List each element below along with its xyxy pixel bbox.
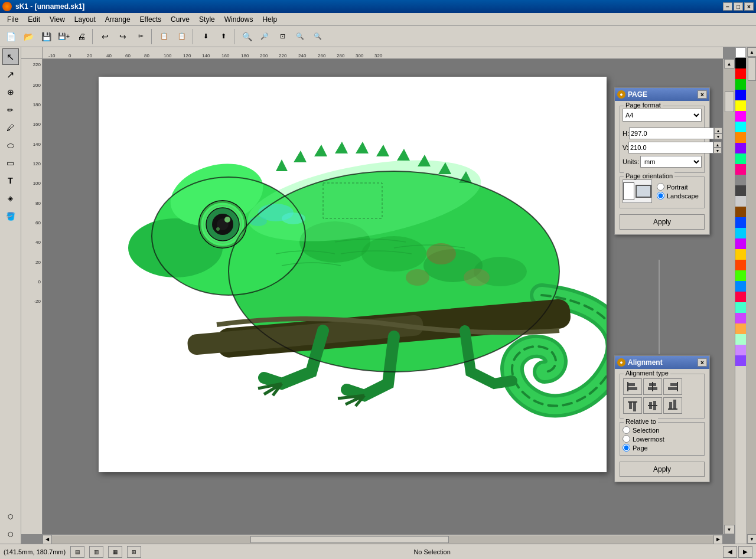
h-scroll-right[interactable]: ▶ — [713, 535, 723, 544]
undo-button[interactable]: ↩ — [97, 28, 113, 45]
page-radio[interactable] — [623, 444, 630, 452]
open-button[interactable]: 📂 — [20, 28, 37, 45]
copy-button[interactable]: 📋 — [156, 28, 172, 45]
status-btn-2[interactable]: ▥ — [89, 546, 103, 558]
align-apply-button[interactable]: Apply — [620, 462, 705, 477]
v-scroll-up[interactable]: ▲ — [724, 59, 735, 68]
pencil-tool-button[interactable]: ✏ — [2, 102, 19, 118]
far-v-scroll-up[interactable]: ▲ — [747, 47, 756, 57]
new-button[interactable]: 📄 — [2, 28, 19, 45]
portrait-radio[interactable] — [657, 183, 664, 191]
color-black[interactable] — [735, 58, 746, 68]
node-tool-button[interactable]: ↗ — [2, 66, 19, 83]
save-button[interactable]: 💾 — [38, 28, 54, 45]
v-scroll-thumb[interactable] — [725, 91, 734, 112]
h-scroll-left[interactable]: ◀ — [43, 535, 52, 544]
color-purple[interactable] — [735, 143, 746, 153]
menu-effects[interactable]: Effects — [135, 14, 166, 25]
color-indigo[interactable] — [735, 355, 746, 366]
align-panel-titlebar[interactable]: ● Alignment × — [615, 356, 709, 369]
zoom-tool-button[interactable]: ⊕ — [2, 84, 19, 100]
align-bottom-button[interactable] — [663, 397, 682, 414]
fill-tool-button[interactable]: 🪣 — [2, 208, 19, 224]
rect-tool-button[interactable]: ▭ — [2, 155, 19, 171]
color-lime[interactable] — [735, 270, 746, 281]
v-spin-down[interactable]: ▼ — [713, 148, 722, 153]
menu-windows[interactable]: Windows — [220, 14, 258, 25]
color-seafoam[interactable] — [735, 334, 746, 345]
cut-button[interactable]: ✂ — [132, 28, 149, 45]
menu-file[interactable]: File — [2, 14, 23, 25]
gradient-tool-button[interactable]: ◈ — [2, 190, 19, 207]
menu-style[interactable]: Style — [194, 14, 220, 25]
status-btn-3[interactable]: ▦ — [108, 546, 122, 558]
color-darkgray[interactable] — [735, 185, 746, 196]
v-spinner[interactable]: ▲ ▼ — [713, 142, 722, 153]
far-v-scrollbar[interactable]: ▲ ▼ — [747, 47, 756, 544]
h-spin-up[interactable]: ▲ — [714, 128, 722, 133]
v-input[interactable] — [628, 142, 713, 153]
color-crimson[interactable] — [735, 292, 746, 302]
export-button[interactable]: ⬆ — [215, 28, 232, 45]
page-panel-close[interactable]: × — [698, 90, 707, 99]
zoom-fit-button[interactable]: ⊡ — [274, 28, 291, 45]
color-sky[interactable] — [735, 228, 746, 238]
far-v-scroll-down[interactable]: ▼ — [747, 534, 756, 544]
align-top-button[interactable] — [623, 397, 642, 414]
color-cyan[interactable] — [735, 122, 746, 132]
color-gold[interactable] — [735, 249, 746, 260]
minimize-button[interactable]: − — [723, 2, 732, 11]
pen-tool-button[interactable]: 🖊 — [2, 119, 19, 136]
color-pink[interactable] — [735, 164, 746, 175]
color-blue[interactable] — [735, 90, 746, 100]
print-button[interactable]: 🖨 — [73, 28, 90, 45]
ellipse-tool-button[interactable]: ⬭ — [2, 137, 19, 153]
select-tool-button[interactable]: ↖ — [2, 48, 19, 65]
page-panel-titlebar[interactable]: ● PAGE × — [615, 88, 709, 101]
menu-edit[interactable]: Edit — [23, 14, 45, 25]
color-violet[interactable] — [735, 238, 746, 249]
menu-view[interactable]: View — [45, 14, 70, 25]
h-scrollbar[interactable]: ◀ ▶ — [43, 534, 723, 544]
far-v-scroll-track[interactable] — [747, 57, 756, 534]
color-gray[interactable] — [735, 175, 746, 185]
color-green[interactable] — [735, 79, 746, 90]
color-azure[interactable] — [735, 281, 746, 292]
color-red[interactable] — [735, 68, 746, 79]
zoom-prev-button[interactable]: 🔍 — [292, 28, 308, 45]
h-scroll-thumb[interactable] — [250, 536, 449, 543]
h-spin-down[interactable]: ▼ — [714, 133, 722, 139]
page-apply-button[interactable]: Apply — [620, 214, 705, 230]
page-format-select[interactable]: A4 A3 A5 Letter Legal — [623, 109, 702, 122]
save-as-button[interactable]: 💾+ — [56, 28, 72, 45]
color-vermillion[interactable] — [735, 260, 746, 270]
color-amber[interactable] — [735, 323, 746, 334]
menu-layout[interactable]: Layout — [70, 14, 100, 25]
window-controls[interactable]: − □ × — [723, 2, 754, 11]
menu-arrange[interactable]: Arrange — [100, 14, 135, 25]
v-scroll-down[interactable]: ▼ — [724, 525, 735, 534]
color-yellow[interactable] — [735, 100, 746, 111]
h-input[interactable] — [629, 128, 714, 139]
landscape-radio[interactable] — [657, 192, 664, 200]
zoom-out-button[interactable]: 🔎 — [256, 28, 273, 45]
align-center-v-button[interactable] — [643, 397, 662, 414]
h-spinner[interactable]: ▲ ▼ — [714, 128, 722, 139]
text-tool-button[interactable]: T — [2, 172, 19, 189]
lowermost-radio[interactable] — [623, 435, 630, 443]
color-lavender[interactable] — [735, 345, 746, 355]
color-aqua[interactable] — [735, 302, 746, 313]
color-lightgray[interactable] — [735, 196, 746, 207]
color-white[interactable] — [735, 47, 746, 58]
selection-radio[interactable] — [623, 426, 630, 434]
menu-curve[interactable]: Curve — [166, 14, 194, 25]
color-orange[interactable] — [735, 132, 746, 143]
close-button[interactable]: × — [744, 2, 754, 11]
align-left-button[interactable] — [623, 378, 642, 395]
import-button[interactable]: ⬇ — [197, 28, 214, 45]
status-scroll-right[interactable]: ▶ — [738, 546, 752, 558]
color-cobalt[interactable] — [735, 217, 746, 228]
align-right-button[interactable] — [663, 378, 682, 395]
menu-help[interactable]: Help — [258, 14, 282, 25]
color-mint[interactable] — [735, 153, 746, 164]
